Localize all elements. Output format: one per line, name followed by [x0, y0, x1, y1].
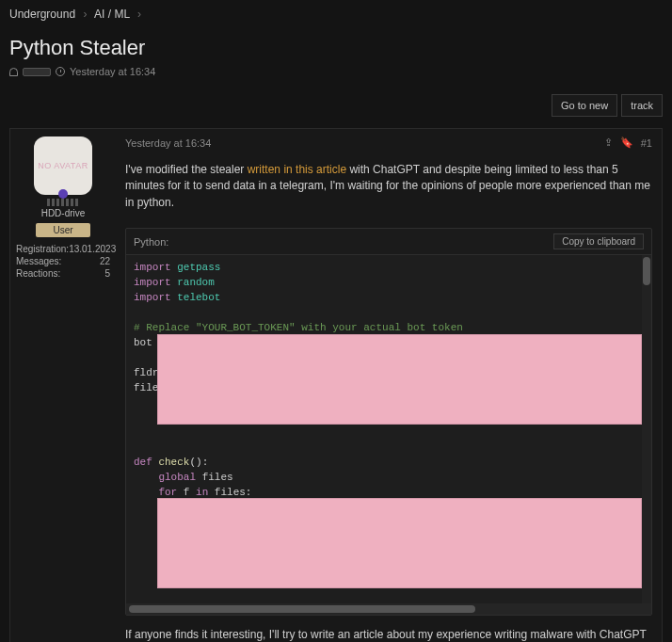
chevron-right-icon: ›	[83, 8, 87, 21]
stat-reg-value: 13.01.2023	[69, 244, 116, 254]
post-content: Yesterday at 16:34 ⇪ 🔖 #1 I've modified …	[116, 129, 662, 642]
author-name-redacted	[23, 68, 51, 76]
avatar[interactable]: NO AVATAR	[34, 136, 92, 195]
avatar-placeholder-text: NO AVATAR	[38, 161, 88, 170]
user-column: NO AVATAR HDD-drive User Registration:13…	[10, 129, 116, 642]
user-stats: Registration:13.01.2023 Messages:22 Reac…	[16, 243, 110, 280]
post-body-2: If anyone finds it interesting, I'll try…	[116, 621, 662, 642]
post-header: Yesterday at 16:34 ⇪ 🔖 #1	[116, 129, 662, 156]
redaction-block	[157, 334, 642, 425]
avatar-badge-icon	[58, 189, 68, 199]
track-button[interactable]: track	[621, 94, 663, 117]
scrollbar-thumb[interactable]	[129, 605, 475, 613]
scrollbar-thumb[interactable]	[643, 257, 650, 285]
stat-msg-label: Messages:	[16, 256, 61, 266]
post-body: I've modified the stealer written in thi…	[116, 156, 662, 217]
redaction-block	[157, 498, 642, 588]
breadcrumb-section[interactable]: AI / ML	[94, 8, 130, 21]
stat-msg-value: 22	[100, 256, 110, 266]
stat-react-value: 5	[104, 268, 110, 279]
stat-reg-label: Registration:	[16, 244, 69, 254]
post: NO AVATAR HDD-drive User Registration:13…	[9, 128, 663, 642]
clock-icon	[56, 67, 65, 76]
breadcrumb-root[interactable]: Underground	[9, 8, 75, 21]
body-text: I've modified the stealer	[125, 163, 248, 176]
post-timestamp[interactable]: Yesterday at 16:34	[125, 137, 211, 149]
vertical-scrollbar[interactable]	[642, 255, 651, 603]
username-redacted	[47, 199, 79, 206]
chevron-right-icon: ›	[137, 8, 141, 21]
go-to-new-button[interactable]: Go to new	[552, 94, 617, 117]
code-viewport: import getpass import random import tele…	[126, 255, 651, 603]
thread-timestamp: Yesterday at 16:34	[70, 66, 155, 77]
share-icon[interactable]: ⇪	[604, 136, 613, 149]
copy-to-clipboard-button[interactable]: Copy to clipboard	[553, 233, 644, 249]
user-role-badge: User	[36, 223, 89, 237]
bookmark-icon[interactable]: 🔖	[620, 136, 633, 149]
user-subtitle: HDD-drive	[16, 208, 110, 218]
user-icon	[9, 68, 18, 76]
thread-toolbar: Go to new track	[0, 88, 672, 122]
post-permalink[interactable]: #1	[641, 137, 652, 149]
article-link[interactable]: written in this article	[248, 163, 346, 176]
code-block: Python: Copy to clipboard import getpass…	[125, 228, 652, 616]
page-title: Python Stealer	[0, 28, 672, 64]
thread-meta: Yesterday at 16:34	[0, 64, 672, 88]
code-language-label: Python:	[134, 236, 168, 248]
horizontal-scrollbar[interactable]	[126, 603, 651, 615]
breadcrumb: Underground › AI / ML ›	[0, 0, 672, 28]
stat-react-label: Reactions:	[16, 268, 60, 279]
